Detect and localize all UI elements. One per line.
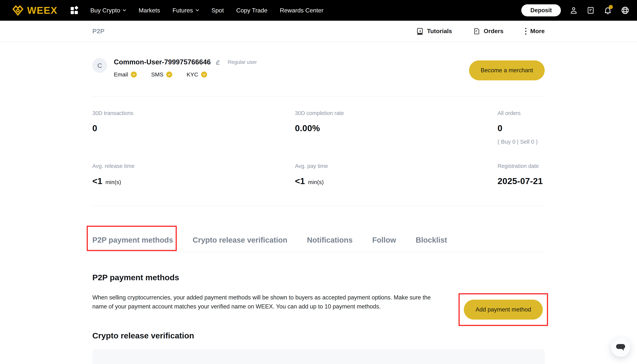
stat-registration-date: Registration date 2025-07-21 — [498, 163, 545, 186]
section-title: P2P payment methods — [92, 273, 545, 282]
nav-item-buy-crypto[interactable]: Buy Crypto — [90, 7, 126, 14]
become-merchant-button[interactable]: Become a merchant — [469, 60, 545, 80]
sms-verified-badge: SMS — [151, 71, 172, 78]
badge-label: SMS — [151, 71, 163, 78]
profile-row: C Common-User-799975766646 Regular user … — [92, 58, 545, 80]
check-icon — [166, 72, 172, 78]
nav-item-spot[interactable]: Spot — [211, 7, 224, 14]
deposit-button[interactable]: Deposit — [521, 4, 561, 16]
avatar: C — [92, 58, 107, 73]
support-chat-button[interactable] — [611, 338, 630, 357]
more-label: More — [530, 28, 545, 35]
nav-item-label: Spot — [211, 7, 224, 14]
nav-item-label: Rewards Center — [280, 7, 323, 14]
stat-value: 2025-07-21 — [498, 176, 545, 186]
stats-row-1: 30D transactions 0 30D completion rate 0… — [92, 110, 545, 145]
tutorials-book-icon — [416, 28, 424, 35]
profile-tabs: P2P payment methods Crypto release verif… — [92, 236, 545, 244]
language-globe-icon[interactable] — [621, 6, 629, 15]
nav-item-label: Copy Trade — [236, 7, 267, 14]
main-menu: Buy Crypto Markets Futures Spot Copy Tra… — [90, 7, 323, 14]
tab-label: P2P payment methods — [92, 236, 173, 244]
crypto-release-verification-section: Crypto release verification Verify each … — [92, 331, 545, 364]
stat-label: All orders — [498, 110, 545, 116]
stat-avg-pay-time: Avg. pay time <1 min(s) — [295, 163, 498, 186]
nav-item-futures[interactable]: Futures — [172, 7, 199, 14]
tutorials-button[interactable]: Tutorials — [416, 28, 452, 35]
stat-value: 0 — [92, 123, 295, 133]
more-button[interactable]: More — [525, 28, 545, 35]
orders-button[interactable]: Orders — [473, 28, 504, 35]
stat-avg-release-time: Avg. release time <1 min(s) — [92, 163, 295, 186]
divider — [92, 96, 545, 96]
tab-follow[interactable]: Follow — [372, 236, 396, 244]
more-dots-icon — [525, 28, 527, 35]
check-icon — [131, 72, 137, 78]
orders-history-icon[interactable] — [586, 6, 595, 14]
stat-label: Avg. pay time — [295, 163, 498, 169]
stat-label: Avg. release time — [92, 163, 295, 169]
weex-logo-icon — [12, 5, 24, 16]
stat-unit: min(s) — [105, 179, 121, 186]
divider — [92, 252, 545, 252]
badge-label: KYC — [186, 71, 198, 78]
nav-item-copy-trade[interactable]: Copy Trade — [236, 7, 267, 14]
add-payment-method-button[interactable]: Add payment method — [464, 300, 543, 320]
page-subheader: P2P Tutorials Orders — [0, 21, 637, 42]
stat-all-orders: All orders 0 ( Buy 0 | Sell 0 ) — [498, 110, 545, 145]
stat-label: Registration date — [498, 163, 545, 169]
weex-logo[interactable]: WEEX — [12, 5, 58, 16]
notification-dot — [609, 5, 613, 9]
nav-item-markets[interactable]: Markets — [138, 7, 160, 14]
nav-right-controls: Deposit — [521, 4, 629, 16]
tab-p2p-payment-methods[interactable]: P2P payment methods — [92, 236, 173, 244]
verification-options-panel: Verify each release Custom frequency Eve… — [92, 349, 545, 364]
brand-name: WEEX — [27, 5, 58, 16]
stats-row-2: Avg. release time <1 min(s) Avg. pay tim… — [92, 163, 545, 186]
chevron-down-icon — [123, 9, 126, 12]
tab-crypto-release-verification[interactable]: Crypto release verification — [193, 236, 287, 244]
nav-item-label: Futures — [172, 7, 193, 14]
nav-item-label: Buy Crypto — [90, 7, 120, 14]
divider — [92, 206, 545, 206]
orders-doc-icon — [473, 28, 480, 35]
orders-label: Orders — [484, 28, 504, 35]
subheader-actions: Tutorials Orders More — [416, 28, 545, 35]
stat-30d-transactions: 30D transactions 0 — [92, 110, 295, 145]
nav-item-rewards-center[interactable]: Rewards Center — [280, 7, 323, 14]
chevron-down-icon — [196, 9, 199, 12]
p2p-payment-methods-section: P2P payment methods When selling cryptoc… — [92, 273, 545, 311]
check-icon — [201, 72, 207, 78]
apps-grid-icon[interactable] — [70, 6, 79, 15]
nav-item-label: Markets — [138, 7, 160, 14]
stat-30d-completion: 30D completion rate 0.00% — [295, 110, 498, 145]
chat-bubble-icon — [615, 343, 626, 352]
stat-unit: min(s) — [308, 179, 324, 186]
stat-label: 30D transactions — [92, 110, 295, 116]
email-verified-badge: Email — [114, 71, 137, 78]
edit-username-icon[interactable] — [215, 59, 221, 65]
stat-value: <1 — [295, 176, 305, 186]
user-type-badge: Regular user — [228, 59, 257, 65]
tab-notifications[interactable]: Notifications — [307, 236, 353, 244]
main-content: C Common-User-799975766646 Regular user … — [92, 58, 545, 364]
stat-value: 0 — [498, 123, 545, 133]
profile-icon[interactable] — [569, 6, 578, 14]
tutorials-label: Tutorials — [427, 28, 452, 35]
badge-label: Email — [114, 71, 128, 78]
stat-value: <1 — [92, 176, 102, 186]
stat-buy-sell-detail: ( Buy 0 | Sell 0 ) — [498, 138, 545, 145]
username: Common-User-799975766646 — [114, 58, 211, 66]
annotation-red-box: Add payment method — [459, 293, 548, 326]
section-title: Crypto release verification — [92, 331, 545, 340]
top-navigation: WEEX Buy Crypto Markets Futures Spot Cop… — [0, 0, 637, 21]
breadcrumb-p2p[interactable]: P2P — [92, 28, 104, 35]
payment-methods-description: When selling cryptocurrencies, your adde… — [92, 293, 432, 311]
stat-value: 0.00% — [295, 123, 498, 133]
stat-label: 30D completion rate — [295, 110, 498, 116]
kyc-verified-badge: KYC — [186, 71, 207, 78]
tab-blocklist[interactable]: Blocklist — [416, 236, 447, 244]
verification-badges: Email SMS KYC — [114, 71, 257, 78]
notifications-bell-icon[interactable] — [603, 6, 612, 15]
